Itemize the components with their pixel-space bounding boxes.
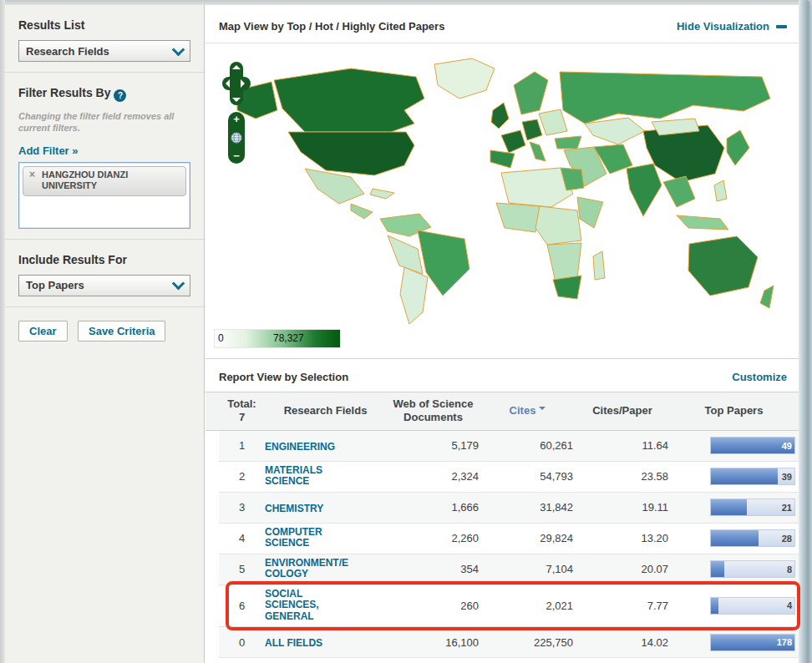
country-shape[interactable] (274, 68, 424, 132)
top-papers-bar: 178 (710, 634, 795, 651)
table-row: 2MATERIALS SCIENCE2,32454,79323.5839 (219, 462, 799, 493)
page-edge-right (799, 0, 812, 663)
table-row: 6SOCIAL SCIENCES, GENERAL2602,0217.774 (219, 585, 799, 628)
country-shape[interactable] (351, 204, 373, 219)
research-field-link[interactable]: SOCIAL SCIENCES, GENERAL (265, 589, 319, 623)
country-shape[interactable] (593, 251, 605, 280)
country-shape[interactable] (434, 58, 495, 99)
country-shape[interactable] (400, 267, 428, 324)
table-row: 3CHEMISTRY1,66631,84219.1121 (219, 493, 799, 524)
row-documents: 5,179 (386, 439, 480, 452)
filter-heading: Filter Results By? (18, 86, 190, 102)
country-shape[interactable] (501, 130, 525, 153)
row-cites: 7,104 (480, 563, 575, 575)
top-papers-bar: 21 (710, 499, 795, 516)
row-documents: 260 (386, 600, 480, 612)
pan-right-icon[interactable] (241, 79, 245, 88)
row-cites-per-paper: 23.58 (575, 470, 670, 483)
column-header-documents[interactable]: Web of Science Documents (386, 397, 480, 425)
hide-visualization-link[interactable]: Hide Visualization (677, 20, 787, 33)
map-zoom-control[interactable]: + − (228, 112, 245, 164)
research-field-link[interactable]: CHEMISTRY (265, 504, 323, 515)
row-cites-per-paper: 14.02 (575, 636, 670, 649)
include-results-dropdown[interactable]: Top Papers (18, 275, 190, 296)
report-title: Report View by Selection (219, 371, 348, 383)
research-field-link[interactable]: ENGINEERING (265, 442, 335, 453)
country-shape[interactable] (514, 72, 548, 114)
row-cites: 29,824 (480, 532, 575, 544)
research-field-link[interactable]: ALL FIELDS (265, 638, 322, 650)
country-shape[interactable] (522, 119, 542, 140)
country-shape[interactable] (627, 164, 662, 216)
research-field-link[interactable]: MATERIALS SCIENCE (265, 465, 322, 488)
total-label: Total: (227, 397, 256, 410)
country-shape[interactable] (553, 276, 581, 299)
country-shape[interactable] (760, 286, 774, 308)
filter-box[interactable]: × HANGZHOU DIANZI UNIVERSITY (18, 162, 190, 229)
pan-up-icon[interactable] (232, 65, 241, 69)
map-pan-control[interactable] (222, 62, 251, 105)
clear-button[interactable]: Clear (18, 321, 68, 342)
row-rank: 6 (219, 600, 265, 612)
report-panel-header: Report View by Selection Customize (206, 359, 799, 392)
chevron-down-icon (172, 277, 185, 291)
country-shape[interactable] (560, 72, 770, 124)
research-field-link[interactable]: ENVIRONMENT/E COLOGY (265, 558, 348, 581)
row-rank: 0 (219, 636, 265, 649)
cites-label: Cites (510, 404, 536, 417)
hide-visualization-label: Hide Visualization (677, 20, 769, 33)
research-field-link[interactable]: COMPUTER SCIENCE (265, 527, 322, 550)
results-list-heading: Results List (18, 18, 190, 32)
country-shape[interactable] (370, 189, 394, 199)
top-papers-value: 21 (782, 503, 792, 513)
country-shape[interactable] (555, 136, 581, 149)
row-cites: 2,021 (480, 600, 575, 612)
country-shape[interactable] (688, 236, 758, 296)
pan-left-icon[interactable] (226, 79, 230, 88)
country-shape[interactable] (663, 176, 695, 207)
customize-link[interactable]: Customize (732, 371, 787, 383)
column-header-top-papers[interactable]: Top Papers (670, 404, 798, 418)
country-shape[interactable] (491, 103, 509, 129)
include-results-section: Include Results For Top Papers (5, 240, 204, 307)
country-shape[interactable] (677, 215, 728, 230)
world-map[interactable] (226, 52, 777, 327)
results-list-dropdown[interactable]: Research Fields (18, 40, 190, 62)
column-header-cites-per-paper[interactable]: Cites/Paper (575, 404, 670, 418)
top-papers-bar-fill (711, 499, 747, 515)
top-papers-value: 28 (782, 534, 792, 544)
help-icon[interactable]: ? (114, 89, 126, 102)
table-row: 0ALL FIELDS16,100225,75014.02178 (219, 627, 799, 658)
row-rank: 4 (219, 532, 265, 544)
country-shape[interactable] (490, 150, 515, 168)
actions-section: Clear Save Criteria (5, 307, 204, 352)
add-filter-link[interactable]: Add Filter » (18, 144, 79, 157)
country-shape[interactable] (727, 130, 749, 165)
top-papers-value: 49 (782, 441, 792, 451)
row-cites-per-paper: 7.77 (575, 600, 670, 612)
country-shape[interactable] (535, 206, 581, 245)
include-results-dropdown-value: Top Papers (26, 279, 84, 291)
country-shape[interactable] (714, 180, 727, 201)
row-documents: 2,324 (386, 470, 480, 483)
country-shape[interactable] (305, 169, 364, 204)
save-criteria-button[interactable]: Save Criteria (78, 321, 166, 342)
sort-descending-icon (539, 407, 546, 413)
remove-filter-icon[interactable]: × (29, 169, 35, 181)
row-cites: 60,261 (480, 439, 575, 452)
country-shape[interactable] (530, 142, 546, 161)
row-documents: 2,260 (386, 532, 480, 544)
country-shape[interactable] (496, 203, 540, 232)
country-shape[interactable] (577, 197, 603, 228)
pan-down-icon[interactable] (232, 98, 241, 102)
zoom-out-button[interactable]: − (233, 151, 240, 161)
row-documents: 354 (386, 563, 480, 575)
country-shape[interactable] (585, 118, 645, 144)
column-header-cites[interactable]: Cites (480, 404, 575, 418)
globe-icon[interactable] (231, 132, 242, 144)
zoom-in-button[interactable]: + (233, 114, 240, 124)
country-shape[interactable] (539, 109, 567, 135)
top-papers-value: 39 (782, 472, 792, 482)
column-header-total[interactable]: Total: 7 (219, 397, 265, 425)
column-header-research-fields[interactable]: Research Fields (265, 404, 386, 418)
